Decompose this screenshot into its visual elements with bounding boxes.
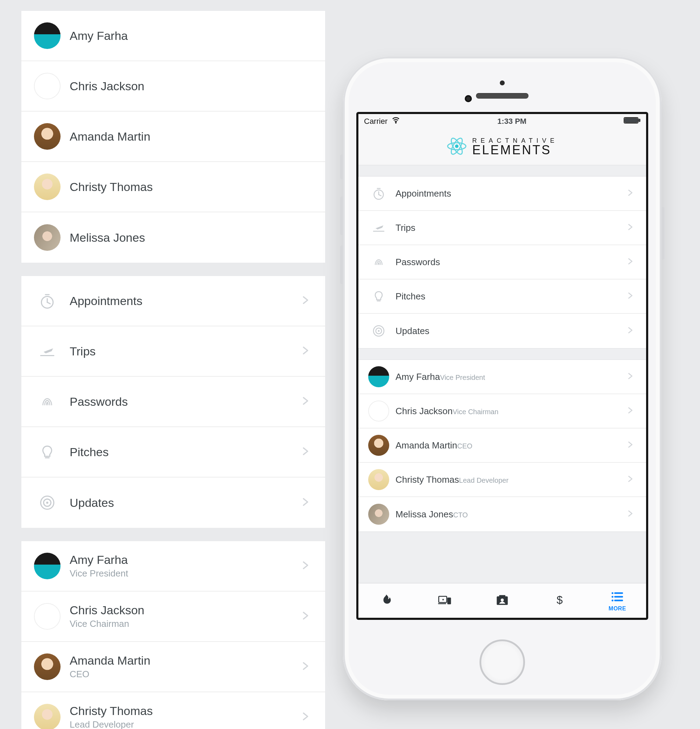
- menu-item-updates[interactable]: Updates: [358, 314, 646, 348]
- chevron-right-icon: [626, 257, 637, 267]
- list-item[interactable]: Amy Farha Vice President: [21, 541, 325, 591]
- list-item[interactable]: Amanda MartinCEO: [358, 428, 646, 463]
- person-role: Vice Chairman: [453, 408, 498, 415]
- person-role: Vice President: [70, 568, 301, 579]
- person-name: Melissa Jones: [396, 509, 453, 520]
- list-item[interactable]: Christy Thomas Lead Developer: [21, 692, 325, 729]
- tab-contacts[interactable]: [473, 584, 531, 618]
- list-item[interactable]: Christy Thomas: [21, 162, 325, 212]
- avatar: [368, 435, 390, 456]
- phone-menu-list: Appointments Trips Passwords: [358, 176, 646, 349]
- phone-screen: Carrier 1:33 PM REACTNATIVE ELEMENTS: [356, 112, 648, 620]
- tab-devices[interactable]: [416, 584, 473, 618]
- avatar: [32, 704, 63, 729]
- person-role: Vice President: [440, 373, 485, 381]
- avatar: [32, 603, 63, 630]
- phone-mock: Carrier 1:33 PM REACTNATIVE ELEMENTS: [343, 57, 662, 700]
- person-role: Vice Chairman: [70, 619, 301, 629]
- menu-item-appointments[interactable]: Appointments: [358, 177, 646, 211]
- person-role: CEO: [457, 442, 472, 450]
- app-header: REACTNATIVE ELEMENTS: [358, 129, 646, 166]
- chevron-right-icon: [626, 372, 637, 381]
- list-item[interactable]: Amanda Martin CEO: [21, 642, 325, 692]
- chevron-right-icon: [301, 497, 315, 508]
- list-item[interactable]: Amy Farha: [21, 11, 325, 61]
- avatar: [32, 22, 63, 49]
- avatar: [32, 73, 63, 99]
- person-role: Lead Developer: [70, 719, 301, 729]
- carrier-label: Carrier: [364, 117, 387, 126]
- track-changes-icon: [32, 494, 63, 511]
- chevron-right-icon: [301, 396, 315, 407]
- chevron-right-icon: [626, 510, 637, 519]
- tab-whatshot[interactable]: [358, 584, 416, 618]
- menu-label: Trips: [70, 344, 301, 358]
- menu-label: Pitches: [70, 445, 301, 459]
- chevron-right-icon: [301, 712, 315, 723]
- list-item[interactable]: Amy FarhaVice President: [358, 360, 646, 394]
- avatar: [32, 653, 63, 680]
- people-detailed-list: Amy Farha Vice President Chris Jackson V…: [21, 541, 326, 729]
- flight-takeoff-icon: [368, 221, 390, 235]
- fingerprint-icon: [32, 393, 63, 410]
- timer-icon: [32, 292, 63, 309]
- tab-bar: MORE: [358, 583, 646, 618]
- avatar: [32, 224, 63, 251]
- fingerprint-icon: [368, 255, 390, 269]
- menu-item-updates[interactable]: Updates: [21, 478, 325, 528]
- list-item[interactable]: Melissa JonesCTO: [358, 497, 646, 532]
- list-item[interactable]: Chris Jackson: [21, 61, 325, 112]
- home-button[interactable]: [479, 639, 525, 685]
- list-item[interactable]: Christy ThomasLead Developer: [358, 463, 646, 497]
- menu-item-passwords[interactable]: Passwords: [21, 377, 325, 427]
- menu-label: Passwords: [396, 257, 440, 267]
- chevron-right-icon: [626, 475, 637, 484]
- menu-label: Trips: [396, 222, 415, 233]
- chevron-right-icon: [301, 561, 315, 572]
- person-name: Amanda Martin: [70, 654, 301, 667]
- chevron-right-icon: [626, 292, 637, 301]
- person-name: Christy Thomas: [70, 180, 315, 194]
- avatar: [368, 401, 390, 421]
- menu-item-trips[interactable]: Trips: [21, 326, 325, 377]
- person-name: Amy Farha: [70, 553, 301, 567]
- menu-item-trips[interactable]: Trips: [358, 211, 646, 245]
- menu-item-pitches[interactable]: Pitches: [358, 279, 646, 314]
- person-name: Christy Thomas: [396, 474, 459, 485]
- tab-pricing[interactable]: [531, 584, 588, 618]
- avatar: [368, 504, 390, 525]
- menu-label: Appointments: [70, 294, 301, 308]
- menu-label: Updates: [396, 326, 429, 336]
- menu-item-passwords[interactable]: Passwords: [358, 245, 646, 279]
- tab-more[interactable]: MORE: [589, 584, 646, 618]
- timer-icon: [368, 186, 390, 200]
- react-logo-icon: [446, 136, 467, 158]
- list-item[interactable]: Chris Jackson Vice Chairman: [21, 591, 325, 642]
- chevron-right-icon: [626, 441, 637, 450]
- menu-label: Appointments: [396, 188, 451, 199]
- person-role: CTO: [453, 511, 468, 519]
- chevron-right-icon: [626, 223, 637, 232]
- chevron-right-icon: [626, 407, 637, 415]
- app-title-big: ELEMENTS: [472, 144, 558, 156]
- menu-item-pitches[interactable]: Pitches: [21, 427, 325, 478]
- track-changes-icon: [368, 324, 390, 338]
- lightbulb-icon: [32, 443, 63, 461]
- chevron-right-icon: [301, 611, 315, 622]
- menu-item-appointments[interactable]: Appointments: [21, 276, 325, 326]
- person-name: Amy Farha: [70, 29, 315, 43]
- person-name: Melissa Jones: [70, 231, 315, 244]
- lightbulb-icon: [368, 289, 390, 303]
- person-name: Amy Farha: [396, 372, 440, 382]
- tab-more-label: MORE: [609, 606, 626, 612]
- person-name: Christy Thomas: [70, 704, 301, 718]
- people-simple-list: Amy Farha Chris Jackson Amanda Martin Ch…: [21, 10, 326, 263]
- avatar: [32, 173, 63, 200]
- list-item[interactable]: Melissa Jones: [21, 212, 325, 263]
- list-item[interactable]: Chris JacksonVice Chairman: [358, 394, 646, 428]
- flight-takeoff-icon: [32, 343, 63, 360]
- person-name: Chris Jackson: [70, 79, 315, 93]
- chevron-right-icon: [301, 661, 315, 672]
- list-item[interactable]: Amanda Martin: [21, 112, 325, 162]
- avatar: [32, 123, 63, 150]
